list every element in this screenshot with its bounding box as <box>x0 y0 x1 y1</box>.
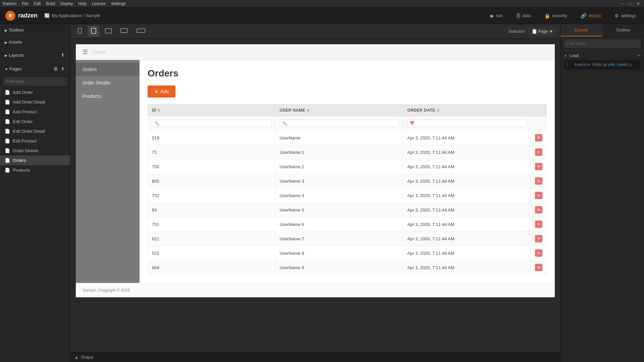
cell-id: 750 <box>148 160 276 174</box>
add-button[interactable]: ⊕ Add <box>148 85 175 98</box>
page-select[interactable]: 📄 Page ▼ <box>529 28 556 35</box>
menu-build[interactable]: Build <box>46 1 55 6</box>
maximize-button[interactable]: □ <box>628 1 633 6</box>
cell-id: 805 <box>148 174 276 188</box>
nav-security[interactable]: 🔒 security <box>542 12 570 20</box>
table-header-row: ID ⇅ USER NAME ⇅ <box>148 105 547 116</box>
cell-username: UserName 3 <box>275 174 403 188</box>
preview-header: ☰ Sample <box>76 44 555 60</box>
cell-action: ✕ <box>531 160 547 174</box>
delete-row-btn[interactable]: ✕ <box>535 206 542 214</box>
page-item-add-order[interactable]: 📄 Add Order <box>0 87 70 97</box>
device-desktop-btn[interactable] <box>117 26 131 36</box>
delete-row-btn[interactable]: ✕ <box>535 134 542 141</box>
col-username-label: USER NAME <box>280 108 306 113</box>
filter-date-input[interactable] <box>407 120 527 127</box>
nav-run[interactable]: ▶ run <box>488 12 505 20</box>
page-item-add-product[interactable]: 📄 Add Product <box>0 107 70 117</box>
nav-data[interactable]: 🗄 data <box>513 12 534 20</box>
app-path-text: My Applications / Sample <box>52 13 100 18</box>
close-button[interactable]: ✕ <box>635 1 641 6</box>
tab-events[interactable]: Events <box>560 24 602 37</box>
delete-row-btn[interactable]: ✕ <box>535 221 542 228</box>
right-panel-tabs: Events Outline <box>560 24 644 37</box>
menu-edit[interactable]: Edit <box>34 1 41 6</box>
page-item-products[interactable]: 📄 Products <box>0 165 70 175</box>
page-heading: Orders <box>148 68 547 79</box>
cell-date: Apr 3, 2020, 7:11:44 AM <box>403 174 531 188</box>
delete-row-btn[interactable]: ✕ <box>535 192 542 199</box>
delete-row-btn[interactable]: ✕ <box>535 163 542 170</box>
cell-action: ✕ <box>531 232 547 246</box>
menu-file[interactable]: File <box>22 1 28 6</box>
device-mobile-sm-btn[interactable] <box>74 26 85 37</box>
minimize-button[interactable]: ─ <box>619 1 625 6</box>
delete-row-btn[interactable]: ✕ <box>535 249 542 257</box>
nav-deploy[interactable]: 🔗 deploy <box>578 12 604 20</box>
page-icon: 📄 <box>5 158 10 163</box>
delete-row-btn[interactable]: ✕ <box>535 264 542 271</box>
menu-settings[interactable]: Settings <box>111 1 126 6</box>
cell-username: UserName 4 <box>275 188 403 203</box>
run-icon: ▶ <box>490 13 494 18</box>
page-search-container <box>0 75 70 87</box>
footer-text: Sample, Copyright © 2019 <box>83 288 130 293</box>
menu-license[interactable]: License <box>92 1 106 6</box>
page-item-add-order-detail[interactable]: 📄 Add Order Detail <box>0 97 70 107</box>
table-row: 752 UserName 4 Apr 3, 2020, 7:11:44 AM ✕ <box>148 188 547 203</box>
event-edit-icon[interactable]: ✏ <box>637 53 641 58</box>
device-mobile-btn[interactable] <box>88 26 99 37</box>
preview-frame: ☰ Sample Orders Order Details Products <box>76 44 555 297</box>
page-item-edit-order-detail[interactable]: 📄 Edit Order Detail <box>0 126 70 136</box>
device-widescreen-btn[interactable] <box>133 27 148 36</box>
page-icon-small: 📄 <box>532 29 537 34</box>
menu-help[interactable]: Help <box>78 1 87 6</box>
filter-id-input[interactable] <box>152 120 271 127</box>
data-label: data <box>523 13 531 18</box>
sort-date-icon[interactable]: ⇅ <box>437 109 440 112</box>
table-row: 71 UserName 1 Apr 3, 2020, 7:11:44 AM ✕ <box>148 145 547 160</box>
page-item-edit-product[interactable]: 📄 Edit Product <box>0 136 70 146</box>
menu-bar: Radzen File Edit Build Deploy Help Licen… <box>0 0 644 7</box>
event-search-input[interactable] <box>564 40 641 48</box>
page-icon: 📄 <box>5 129 10 134</box>
layouts-header[interactable]: ▶Layouts ⬆ <box>0 48 70 62</box>
page-item-order-details[interactable]: 📄 Order Details <box>0 146 70 156</box>
delete-page-btn[interactable]: 🗑 <box>53 65 59 72</box>
preview-nav-orders[interactable]: Orders <box>76 63 140 76</box>
settings-icon: ⚙ <box>614 13 619 18</box>
pages-header[interactable]: ▼Pages 🗑 ⬆ <box>0 62 70 75</box>
cell-action: ✕ <box>531 131 547 145</box>
toolbar: Selection 📄 Page ▼ <box>70 24 560 39</box>
menu-deploy[interactable]: Deploy <box>60 1 73 6</box>
preview-container: ☰ Sample Orders Order Details Products <box>70 39 560 352</box>
page-item-label: Add Order Detail <box>13 100 45 105</box>
cell-date: Apr 3, 2020, 7:11:44 AM <box>403 260 531 275</box>
cell-date: Apr 3, 2020, 7:11:44 AM <box>403 188 531 203</box>
page-search-input[interactable] <box>3 77 67 85</box>
toolbox-header[interactable]: ▶Toolbox <box>0 24 70 36</box>
hamburger-icon[interactable]: ☰ <box>83 48 88 56</box>
filter-username-input[interactable] <box>280 120 399 127</box>
nav-settings[interactable]: ⚙ settings <box>612 12 639 20</box>
delete-row-btn[interactable]: ✕ <box>535 177 542 185</box>
preview-nav-products[interactable]: Products <box>76 89 140 103</box>
cell-id: 84 <box>148 203 276 217</box>
preview-nav-order-details[interactable]: Order Details <box>76 76 140 89</box>
output-bar[interactable]: ▲ Output <box>70 352 560 362</box>
sort-username-icon[interactable]: ⇅ <box>307 109 310 112</box>
page-item-edit-order[interactable]: 📄 Edit Order <box>0 117 70 126</box>
svg-rect-1 <box>91 28 96 34</box>
assets-header[interactable]: ▶Assets <box>0 36 70 48</box>
page-item-orders[interactable]: 📄 Orders <box>0 156 70 165</box>
sort-id-icon[interactable]: ⇅ <box>158 109 161 112</box>
toolbox-arrow: ▶ <box>5 28 7 32</box>
add-page-btn[interactable]: ⬆ <box>60 65 65 72</box>
tab-outline[interactable]: Outline <box>602 24 644 37</box>
device-tablet-btn[interactable] <box>102 26 115 36</box>
page-list: 📄 Add Order 📄 Add Order Detail 📄 Add Pro… <box>0 87 70 175</box>
layouts-action-btn[interactable]: ⬆ <box>60 52 65 58</box>
delete-row-btn[interactable]: ✕ <box>535 235 542 242</box>
col-id-label: ID <box>152 108 156 113</box>
delete-row-btn[interactable]: ✕ <box>535 148 542 156</box>
